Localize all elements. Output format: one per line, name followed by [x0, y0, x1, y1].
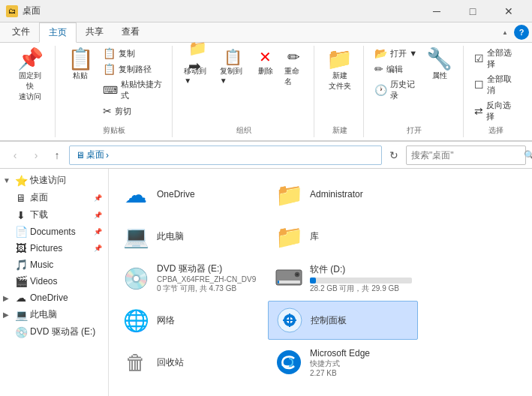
open-buttons: 📂 打开 ▼ ✏ 编辑 🕐 历史记录 🔧 属性 — [371, 46, 457, 124]
tab-view[interactable]: 查看 — [113, 22, 149, 42]
network-file-icon: 🌐 — [121, 305, 151, 335]
minimize-button[interactable]: ─ — [419, 0, 454, 22]
sidebar-item-onedrive[interactable]: ▶ ☁ OneDrive — [0, 290, 108, 306]
pin-icon: 📌 — [17, 49, 44, 70]
clipboard-buttons: 📋 粘贴 📋 复制 📋 复制路径 ⌨ 粘贴快捷方式 — [63, 46, 167, 124]
file-item-dvd[interactable]: 💿 DVD 驱动器 (E:) CPBA_X64FRE_ZH-CN_DV9 0 字… — [115, 259, 265, 298]
sidebar-item-pictures[interactable]: 🖼 Pictures 📌 — [0, 240, 108, 256]
onedrive-file-icon: ☁ — [121, 179, 151, 209]
new-folder-button[interactable]: 📁 新建文件夹 — [322, 46, 357, 94]
copy-to-icon: 📋 — [224, 48, 242, 66]
back-button[interactable]: ‹ — [6, 146, 24, 164]
sidebar-item-thispc[interactable]: ▶ 💻 此电脑 — [0, 306, 108, 323]
pin-quick-access-button[interactable]: 📌 固定到快速访问 — [12, 46, 49, 105]
organize-label: 组织 — [236, 125, 251, 136]
ribbon-chevron[interactable]: ▲ — [502, 29, 508, 36]
sidebar-item-quick-access[interactable]: ▼ ⭐ 快速访问 — [0, 172, 108, 189]
file-item-library[interactable]: 📁 库 — [268, 217, 418, 256]
open-col: 📂 打开 ▼ ✏ 编辑 🕐 历史记录 — [371, 46, 420, 103]
address-path: 🖥 桌面 › — [76, 148, 109, 161]
path-icon: 🖥 — [76, 150, 85, 160]
file-item-controlpanel[interactable]: 控制面板 — [268, 301, 418, 340]
paste-icon: 📋 — [68, 49, 94, 70]
desktop-icon: 🖥 — [15, 192, 27, 204]
music-label: Music — [30, 260, 53, 270]
desktop-label: 桌面 — [30, 191, 48, 204]
file-item-edge[interactable]: Microsoft Edge 快捷方式 2.27 KB — [268, 343, 418, 382]
file-item-thispc[interactable]: 💻 此电脑 — [115, 217, 265, 256]
address-field[interactable]: 🖥 桌面 › — [69, 146, 382, 165]
refresh-button[interactable]: ↻ — [385, 146, 403, 164]
select-all-button[interactable]: ☑ 全部选择 — [471, 46, 520, 71]
paste-shortcut-button[interactable]: ⌨ 粘贴快捷方式 — [100, 77, 167, 103]
invert-select-button[interactable]: ⇄ 反向选择 — [471, 98, 520, 124]
delete-label: 删除 — [258, 66, 273, 76]
rename-button[interactable]: ✏ 重命名 — [281, 46, 308, 89]
paste-label: 粘贴 — [73, 70, 88, 81]
history-button[interactable]: 🕐 历史记录 — [371, 77, 420, 103]
onedrive-expand-icon: ▶ — [3, 294, 12, 302]
help-button[interactable]: ? — [514, 25, 529, 40]
sidebar-item-desktop[interactable]: 🖥 桌面 📌 — [0, 189, 108, 206]
move-to-button[interactable]: 📁➡ 移动到▼ — [180, 46, 215, 87]
quick-access-label: 快速访问 — [30, 174, 66, 187]
file-item-network[interactable]: 🌐 网络 — [115, 301, 265, 340]
dvd-icon: 💿 — [15, 326, 27, 338]
open-button[interactable]: 📂 打开 ▼ — [371, 46, 420, 61]
ribbon: 文件 主页 共享 查看 ▲ ? 📌 固定到快速访问 📋 — [0, 22, 532, 142]
driveD-bar-fill — [310, 278, 316, 284]
pictures-icon: 🖼 — [15, 242, 27, 254]
copy-label: 复制 — [119, 48, 135, 59]
history-icon: 🕐 — [374, 84, 387, 96]
sidebar-item-videos[interactable]: 🎬 Videos — [0, 273, 108, 290]
file-item-onedrive[interactable]: ☁ OneDrive — [115, 175, 265, 214]
drive-d-svg — [275, 264, 303, 292]
dvd-file-detail: CPBA_X64FRE_ZH-CN_DV9 — [157, 275, 259, 284]
properties-button[interactable]: 🔧 属性 — [422, 46, 457, 84]
delete-button[interactable]: ✕ 删除 — [252, 46, 279, 79]
tab-file[interactable]: 文件 — [3, 22, 39, 42]
select-none-button[interactable]: ☐ 全部取消 — [471, 72, 520, 98]
edit-button[interactable]: ✏ 编辑 — [371, 62, 420, 76]
new-folder-label: 新建文件夹 — [329, 70, 351, 92]
copy-path-button[interactable]: 📋 复制路径 — [100, 62, 167, 76]
copy-button[interactable]: 📋 复制 — [100, 46, 167, 61]
copy-path-label: 复制路径 — [119, 64, 152, 75]
dvd-file-icon: 💿 — [121, 263, 151, 293]
file-item-driveD[interactable]: 软件 (D:) 28.2 GB 可用，共 29.9 GB — [268, 259, 418, 298]
paste-shortcut-icon: ⌨ — [103, 84, 118, 96]
tab-share[interactable]: 共享 — [77, 22, 113, 42]
admin-file-name: Administrator — [310, 189, 412, 200]
onedrive-file-name: OneDrive — [157, 189, 259, 200]
file-item-admin[interactable]: 📁 Administrator — [268, 175, 418, 214]
paste-button[interactable]: 📋 粘贴 — [63, 46, 98, 84]
copy-icon: 📋 — [103, 47, 116, 59]
search-input[interactable] — [411, 150, 524, 160]
open-label: 打开 — [407, 125, 422, 136]
search-box[interactable]: 🔍 — [406, 146, 526, 165]
tab-home[interactable]: 主页 — [39, 22, 77, 43]
sidebar-item-downloads[interactable]: ⬇ 下载 📌 — [0, 206, 108, 224]
sidebar-item-documents[interactable]: 📄 Documents 📌 — [0, 224, 108, 240]
ribbon-group-pin: 📌 固定到快速访问 — [6, 46, 56, 137]
path-segment[interactable]: 桌面 — [86, 148, 104, 161]
edge-file-name: Microsoft Edge — [310, 348, 412, 358]
up-button[interactable]: ↑ — [48, 146, 66, 164]
admin-file-info: Administrator — [310, 189, 412, 200]
title-bar-icon: 🗂 — [6, 5, 18, 17]
maximize-button[interactable]: □ — [455, 0, 490, 22]
ribbon-group-select: ☑ 全部选择 ☐ 全部取消 ⇄ 反向选择 选择 — [465, 46, 526, 137]
file-item-recycle[interactable]: 🗑 回收站 — [115, 343, 265, 382]
sidebar-item-music[interactable]: 🎵 Music — [0, 256, 108, 273]
dvd-file-name: DVD 驱动器 (E:) — [157, 262, 259, 275]
thispc-file-icon: 💻 — [121, 221, 151, 251]
admin-file-icon: 📁 — [274, 179, 304, 209]
close-button[interactable]: ✕ — [491, 0, 526, 22]
recycle-file-icon: 🗑 — [121, 347, 151, 377]
svg-rect-2 — [278, 280, 279, 284]
properties-icon: 🔧 — [426, 49, 452, 70]
cut-button[interactable]: ✂ 剪切 — [100, 104, 167, 118]
forward-button[interactable]: › — [27, 146, 45, 164]
copy-to-button[interactable]: 📋 复制到▼ — [216, 46, 251, 87]
sidebar-item-dvd[interactable]: 💿 DVD 驱动器 (E:) — [0, 323, 108, 340]
